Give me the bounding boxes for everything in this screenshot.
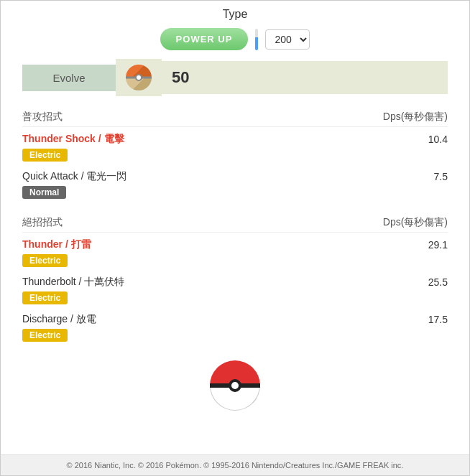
charge-move-2-dps: 25.5: [428, 276, 448, 288]
charge-move-3-type: Electric: [22, 329, 68, 342]
quick-move-1-dps: 10.4: [428, 134, 448, 145]
quick-move-1-type: Electric: [22, 149, 68, 162]
quick-moves-dps-label: Dps(每秒傷害): [383, 111, 448, 123]
charge-move-1: Thunder / 打雷 29.1 Electric: [22, 237, 448, 269]
quick-moves-label: 普攻招式: [22, 111, 63, 123]
charge-move-3: Discharge / 放電 17.5 Electric: [22, 312, 448, 343]
charge-move-3-dps: 17.5: [428, 314, 448, 325]
evolve-cost: 50: [162, 61, 448, 94]
evolve-icon: [116, 59, 162, 96]
quick-moves-header: 普攻招式 Dps(每秒傷害): [22, 106, 448, 127]
charge-moves-header: 絕招招式 Dps(每秒傷害): [22, 212, 448, 233]
quick-move-2-name: Quick Attack / 電光一閃: [22, 170, 126, 183]
charge-move-2-type: Electric: [22, 291, 68, 304]
pokeball-icon: [210, 360, 260, 411]
candy-icon: [126, 65, 152, 90]
cp-select[interactable]: 200: [265, 29, 310, 50]
quick-move-1: Thunder Shock / 電擊 10.4 Electric: [22, 131, 448, 163]
charge-moves-dps-label: Dps(每秒傷害): [383, 216, 448, 229]
quick-move-2: Quick Attack / 電光一閃 7.5 Normal: [22, 169, 448, 200]
evolve-row: Evolve 50: [22, 59, 448, 96]
power-up-button[interactable]: POWER UP: [160, 28, 249, 50]
footer: © 2016 Niantic, Inc. © 2016 Pokémon. © 1…: [1, 454, 469, 475]
quick-move-2-dps: 7.5: [434, 171, 448, 182]
footer-text: © 2016 Niantic, Inc. © 2016 Pokémon. © 1…: [67, 461, 404, 470]
pokeball-container: [210, 360, 260, 411]
charge-moves-label: 絕招招式: [22, 216, 63, 229]
type-title: Type: [223, 8, 248, 21]
charge-move-2-name: Thunderbolt / 十萬伏特: [22, 276, 124, 289]
power-bar: [255, 29, 258, 50]
power-row: POWER UP 200: [160, 28, 310, 50]
charge-move-1-dps: 29.1: [428, 239, 448, 251]
charge-move-1-type: Electric: [22, 254, 68, 267]
evolve-button[interactable]: Evolve: [22, 65, 116, 91]
charge-move-2: Thunderbolt / 十萬伏特 25.5 Electric: [22, 274, 448, 306]
quick-move-2-type: Normal: [22, 186, 66, 199]
charge-move-1-name: Thunder / 打雷: [22, 238, 91, 251]
charge-move-3-name: Discharge / 放電: [22, 313, 96, 326]
quick-move-1-name: Thunder Shock / 電擊: [22, 133, 124, 146]
